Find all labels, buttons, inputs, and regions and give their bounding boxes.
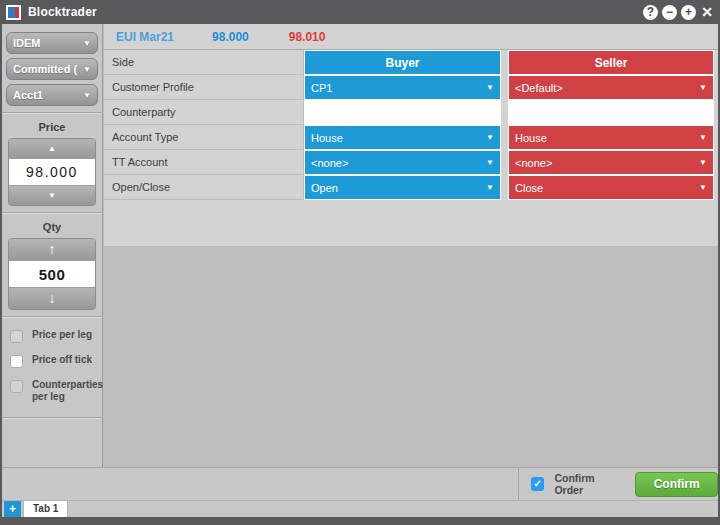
maximize-icon[interactable]: + (681, 5, 696, 20)
chevron-down-icon: ▼ (486, 183, 494, 192)
seller-customer-profile-dropdown[interactable]: <Default> ▼ (509, 76, 713, 99)
account-dropdown[interactable]: Acct1 ▼ (6, 84, 98, 106)
add-tab-button[interactable]: + (4, 501, 21, 517)
counterparties-per-leg-checkbox[interactable] (10, 380, 23, 393)
window-bottom-border (0, 517, 720, 525)
counterparties-per-leg-option: Counterparties per leg (10, 379, 96, 403)
qty-label: Qty (2, 221, 102, 233)
row-label-side: Side (104, 50, 304, 75)
table-row-customer-profile: Customer Profile CP1 ▼ <Default> ▼ (104, 75, 718, 100)
qty-stepper: ↑ 500 ↓ (8, 238, 96, 310)
window-body: IDEM ▼ Committed ( ▼ Acct1 ▼ Price ▲ 98.… (0, 24, 720, 517)
row-label-customer-profile: Customer Profile (104, 75, 304, 100)
instrument-bar: EUI Mar21 98.000 98.010 (104, 24, 718, 50)
table-row-side: Side Buyer Seller (104, 50, 718, 75)
divider (2, 417, 102, 419)
price-increment-button[interactable]: ▲ (9, 139, 95, 158)
confirm-order-checkbox[interactable]: ✓ (531, 477, 544, 491)
instrument-name: EUI Mar21 (116, 30, 174, 44)
chevron-down-icon: ▼ (83, 65, 91, 74)
price-stepper: ▲ 98.000 ▼ (8, 138, 96, 206)
buyer-open-close-dropdown[interactable]: Open ▼ (305, 176, 500, 199)
table-row-open-close: Open/Close Open ▼ Close ▼ (104, 175, 718, 200)
table-row-tt-account: TT Account <none> ▼ <none> ▼ (104, 150, 718, 175)
buyer-customer-profile-dropdown[interactable]: CP1 ▼ (305, 76, 500, 99)
row-label-account-type: Account Type (104, 125, 304, 150)
seller-tt-account-dropdown[interactable]: <none> ▼ (509, 151, 713, 174)
buyer-counterparty-input[interactable] (305, 101, 500, 124)
row-label-counterparty: Counterparty (104, 100, 304, 125)
price-value[interactable]: 98.000 (9, 158, 95, 186)
qty-value[interactable]: 500 (9, 260, 95, 288)
price-per-leg-checkbox[interactable] (10, 330, 23, 343)
chevron-down-icon: ▼ (699, 133, 707, 142)
title-bar: Blocktrader ? − + ✕ (0, 0, 720, 24)
seller-counterparty-input[interactable] (509, 101, 713, 124)
confirm-order-label: Confirm Order (554, 472, 623, 496)
window-controls: ? − + ✕ (643, 0, 714, 24)
table-row-counterparty: Counterparty (104, 100, 718, 125)
buyer-account-type-dropdown[interactable]: House ▼ (305, 126, 500, 149)
price-off-tick-option: Price off tick (10, 354, 96, 368)
blocktrader-window: Blocktrader ? − + ✕ IDEM ▼ Committed ( ▼… (0, 0, 720, 525)
row-label-open-close: Open/Close (104, 175, 304, 200)
divider (2, 112, 102, 114)
price-decrement-button[interactable]: ▼ (9, 186, 95, 205)
chevron-down-icon: ▼ (486, 133, 494, 142)
confirm-group: ✓ Confirm Order Confirm (518, 468, 718, 500)
buyer-tt-account-dropdown[interactable]: <none> ▼ (305, 151, 500, 174)
chevron-down-icon: ▼ (699, 83, 707, 92)
seller-column-header: Seller (509, 51, 713, 74)
chevron-down-icon: ▼ (486, 83, 494, 92)
price-label: Price (2, 121, 102, 133)
confirm-button[interactable]: Confirm (635, 472, 718, 497)
chevron-down-icon: ▼ (83, 39, 91, 48)
chevron-down-icon: ▼ (699, 183, 707, 192)
window-title: Blocktrader (28, 5, 97, 19)
chevron-down-icon: ▼ (486, 158, 494, 167)
sidebar: IDEM ▼ Committed ( ▼ Acct1 ▼ Price ▲ 98.… (2, 24, 103, 467)
qty-increment-button[interactable]: ↑ (9, 239, 95, 260)
close-icon[interactable]: ✕ (700, 5, 714, 20)
price-per-leg-option: Price per leg (10, 329, 96, 343)
minimize-icon[interactable]: − (662, 5, 677, 20)
tab-bar: + Tab 1 (2, 500, 718, 517)
table-row-account-type: Account Type House ▼ House ▼ (104, 125, 718, 150)
market-dropdown[interactable]: IDEM ▼ (6, 32, 98, 54)
divider (2, 316, 102, 318)
order-form: Side Buyer Seller Customer Profile CP1 ▼… (104, 50, 718, 246)
row-label-tt-account: TT Account (104, 150, 304, 175)
buyer-column-header: Buyer (305, 51, 500, 74)
main-panel: EUI Mar21 98.000 98.010 Side Buyer Selle… (104, 24, 718, 467)
tab-1[interactable]: Tab 1 (24, 501, 67, 517)
ask-price: 98.010 (289, 30, 326, 44)
price-off-tick-checkbox[interactable] (10, 355, 23, 368)
qty-decrement-button[interactable]: ↓ (9, 288, 95, 309)
chevron-down-icon: ▼ (699, 158, 707, 167)
seller-open-close-dropdown[interactable]: Close ▼ (509, 176, 713, 199)
divider (2, 212, 102, 214)
bid-price: 98.000 (212, 30, 249, 44)
chevron-down-icon: ▼ (83, 91, 91, 100)
seller-account-type-dropdown[interactable]: House ▼ (509, 126, 713, 149)
confirm-bar: ✓ Confirm Order Confirm (2, 467, 718, 500)
blocktrader-logo-icon (6, 5, 21, 20)
order-type-dropdown[interactable]: Committed ( ▼ (6, 58, 98, 80)
help-icon[interactable]: ? (643, 5, 658, 20)
